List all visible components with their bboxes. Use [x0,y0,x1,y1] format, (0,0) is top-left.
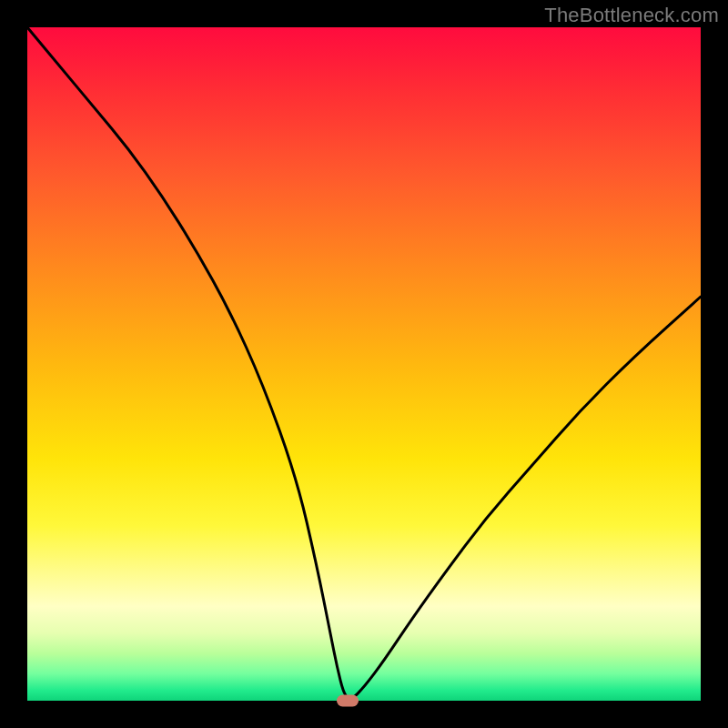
watermark-text: TheBottleneck.com [544,4,719,27]
chart-frame: TheBottleneck.com [0,0,728,728]
bottleneck-curve [27,27,701,699]
plot-area [27,27,701,701]
curve-svg [27,27,701,701]
min-marker [337,695,359,707]
